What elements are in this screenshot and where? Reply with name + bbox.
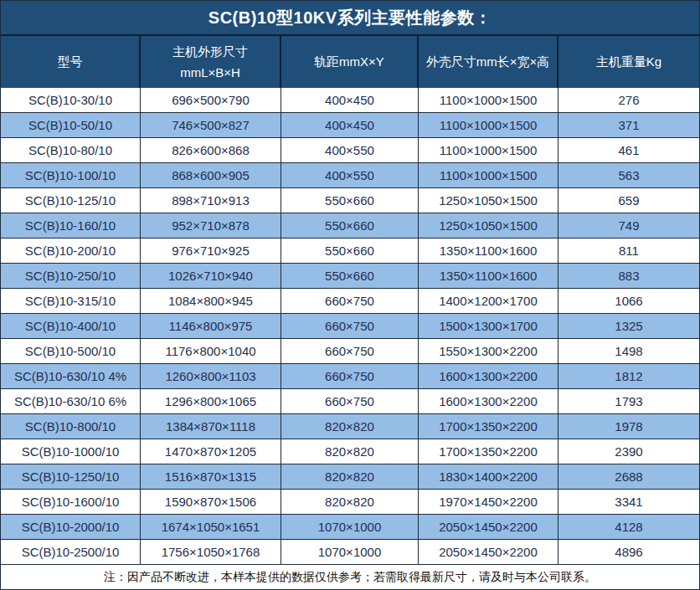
- cell-model: SC(B)10-160/10: [1, 213, 141, 239]
- cell-gauge: 550×660: [281, 213, 419, 239]
- cell-weight: 1066: [558, 289, 699, 314]
- cell-shell: 1350×1100×1600: [419, 239, 558, 264]
- cell-model: SC(B)10-2500/10: [1, 540, 141, 565]
- cell-gauge: 550×660: [281, 264, 419, 289]
- cell-dimensions: 1590×870×1506: [141, 490, 281, 515]
- table-row: SC(B)10-315/10 1084×800×945 660×750 1400…: [1, 289, 699, 314]
- cell-model: SC(B)10-250/10: [1, 264, 141, 289]
- cell-dimensions: 1026×710×940: [141, 264, 281, 289]
- cell-weight: 1978: [558, 414, 699, 439]
- cell-shell: 1250×1050×1500: [419, 188, 558, 213]
- cell-gauge: 660×750: [281, 289, 419, 314]
- cell-gauge: 400×550: [281, 138, 419, 163]
- cell-weight: 811: [558, 239, 699, 264]
- cell-shell: 1970×1450×2200: [419, 490, 558, 515]
- table-row: SC(B)10-80/10 826×600×868 400×550 1100×1…: [1, 138, 699, 163]
- table-row: SC(B)10-800/10 1384×870×1118 820×820 170…: [1, 414, 699, 439]
- table-row: SC(B)10-1600/10 1590×870×1506 820×820 19…: [1, 490, 699, 515]
- cell-model: SC(B)10-1600/10: [1, 490, 141, 515]
- table-row: SC(B)10-125/10 898×710×913 550×660 1250×…: [1, 188, 699, 213]
- cell-gauge: 550×660: [281, 188, 419, 213]
- table-title: SC(B)10型10KV系列主要性能参数：: [1, 1, 699, 36]
- cell-weight: 1812: [558, 364, 699, 389]
- table-row: SC(B)10-100/10 868×600×905 400×550 1100×…: [1, 163, 699, 188]
- cell-dimensions: 1296×800×1065: [141, 389, 281, 414]
- cell-gauge: 660×750: [281, 389, 419, 414]
- header-cell-shell: 外壳尺寸mm长×宽×高: [419, 36, 558, 88]
- cell-dimensions: 1260×800×1103: [141, 364, 281, 389]
- cell-model: SC(B)10-630/10 6%: [1, 389, 141, 414]
- cell-gauge: 820×820: [281, 464, 419, 490]
- cell-model: SC(B)10-100/10: [1, 163, 141, 188]
- header-cell-dimensions: 主机外形尺寸 mmL×B×H: [141, 36, 281, 88]
- cell-gauge: 820×820: [281, 414, 419, 439]
- header-dimensions-label-line1: 主机外形尺寸: [172, 41, 248, 63]
- cell-gauge: 820×820: [281, 490, 419, 515]
- cell-dimensions: 1516×870×1315: [141, 464, 281, 490]
- header-dimensions-label-line2: mmL×B×H: [180, 62, 240, 84]
- cell-weight: 461: [558, 138, 699, 163]
- cell-model: SC(B)10-30/10: [1, 88, 141, 113]
- cell-weight: 4128: [558, 515, 699, 540]
- cell-model: SC(B)10-315/10: [1, 289, 141, 314]
- table-row: SC(B)10-30/10 696×500×790 400×450 1100×1…: [1, 88, 699, 113]
- table-body: SC(B)10-30/10 696×500×790 400×450 1100×1…: [1, 88, 699, 565]
- cell-weight: 4896: [558, 540, 699, 565]
- cell-model: SC(B)10-1000/10: [1, 439, 141, 464]
- cell-model: SC(B)10-50/10: [1, 113, 141, 138]
- cell-dimensions: 696×500×790: [141, 88, 281, 113]
- cell-gauge: 1070×1000: [281, 540, 419, 565]
- cell-shell: 1700×1350×2200: [419, 414, 558, 439]
- cell-dimensions: 1176×800×1040: [141, 339, 281, 364]
- table-row: SC(B)10-50/10 746×500×827 400×450 1100×1…: [1, 113, 699, 138]
- cell-dimensions: 1084×800×945: [141, 289, 281, 314]
- cell-dimensions: 1674×1050×1651: [141, 515, 281, 540]
- cell-gauge: 400×550: [281, 163, 419, 188]
- cell-weight: 2688: [558, 464, 699, 490]
- header-gauge-label: 轨距mmX×Y: [314, 51, 384, 73]
- table-row: SC(B)10-200/10 976×710×925 550×660 1350×…: [1, 239, 699, 264]
- cell-shell: 1350×1100×1600: [419, 264, 558, 289]
- cell-weight: 659: [558, 188, 699, 213]
- table-row: SC(B)10-1250/10 1516×870×1315 820×820 18…: [1, 464, 699, 490]
- table-row: SC(B)10-250/10 1026×710×940 550×660 1350…: [1, 264, 699, 289]
- header-cell-model: 型号: [1, 36, 141, 88]
- table-row: SC(B)10-160/10 952×710×878 550×660 1250×…: [1, 213, 699, 239]
- cell-model: SC(B)10-800/10: [1, 414, 141, 439]
- cell-gauge: 660×750: [281, 364, 419, 389]
- cell-model: SC(B)10-200/10: [1, 239, 141, 264]
- cell-dimensions: 826×600×868: [141, 138, 281, 163]
- table-row: SC(B)10-630/10 4% 1260×800×1103 660×750 …: [1, 364, 699, 389]
- cell-model: SC(B)10-500/10: [1, 339, 141, 364]
- cell-gauge: 550×660: [281, 239, 419, 264]
- cell-dimensions: 868×600×905: [141, 163, 281, 188]
- cell-shell: 1500×1300×1700: [419, 314, 558, 339]
- cell-gauge: 400×450: [281, 113, 419, 138]
- cell-dimensions: 898×710×913: [141, 188, 281, 213]
- cell-shell: 1700×1350×2200: [419, 439, 558, 464]
- cell-model: SC(B)10-80/10: [1, 138, 141, 163]
- cell-weight: 1325: [558, 314, 699, 339]
- cell-dimensions: 1470×870×1205: [141, 439, 281, 464]
- cell-model: SC(B)10-2000/10: [1, 515, 141, 540]
- header-weight-label: 主机重量Kg: [596, 51, 661, 73]
- table-row: SC(B)10-630/10 6% 1296×800×1065 660×750 …: [1, 389, 699, 414]
- cell-weight: 1793: [558, 389, 699, 414]
- cell-weight: 1498: [558, 339, 699, 364]
- cell-weight: 3341: [558, 490, 699, 515]
- cell-weight: 749: [558, 213, 699, 239]
- cell-gauge: 660×750: [281, 314, 419, 339]
- cell-gauge: 400×450: [281, 88, 419, 113]
- cell-shell: 2050×1450×2200: [419, 515, 558, 540]
- cell-model: SC(B)10-125/10: [1, 188, 141, 213]
- cell-shell: 1100×1000×1500: [419, 113, 558, 138]
- cell-gauge: 820×820: [281, 439, 419, 464]
- cell-shell: 1600×1300×2200: [419, 364, 558, 389]
- table-row: SC(B)10-2500/10 1756×1050×1768 1070×1000…: [1, 540, 699, 565]
- cell-shell: 1550×1300×2200: [419, 339, 558, 364]
- cell-shell: 2050×1450×2200: [419, 540, 558, 565]
- cell-shell: 1250×1050×1500: [419, 213, 558, 239]
- cell-dimensions: 1384×870×1118: [141, 414, 281, 439]
- cell-dimensions: 746×500×827: [141, 113, 281, 138]
- cell-shell: 1100×1000×1500: [419, 138, 558, 163]
